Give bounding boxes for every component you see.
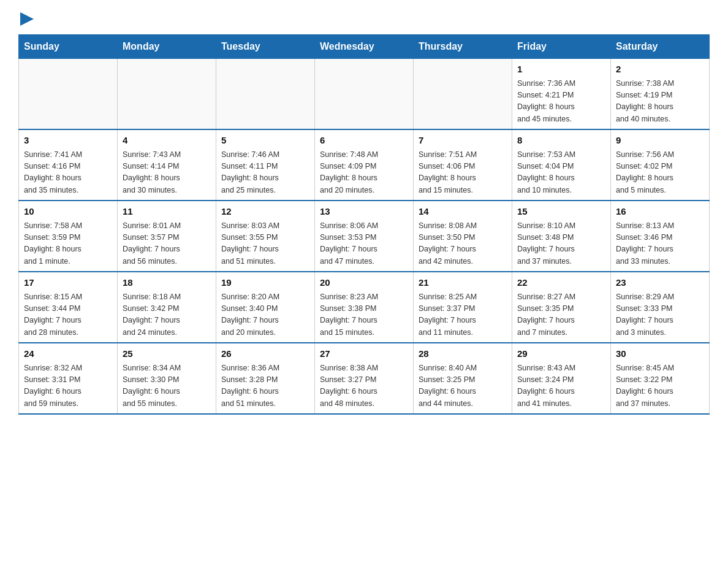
- day-number: 14: [419, 205, 507, 219]
- day-info: Sunrise: 7:43 AM Sunset: 4:14 PM Dayligh…: [123, 149, 211, 197]
- day-number: 22: [517, 276, 605, 290]
- calendar-cell: 25Sunrise: 8:34 AM Sunset: 3:30 PM Dayli…: [118, 343, 216, 414]
- day-number: 17: [24, 276, 112, 290]
- calendar-cell: 30Sunrise: 8:45 AM Sunset: 3:22 PM Dayli…: [611, 343, 710, 414]
- weekday-header-monday: Monday: [118, 35, 216, 59]
- calendar-cell: 24Sunrise: 8:32 AM Sunset: 3:31 PM Dayli…: [19, 343, 118, 414]
- day-info: Sunrise: 8:43 AM Sunset: 3:24 PM Dayligh…: [517, 362, 605, 410]
- day-number: 11: [123, 205, 211, 219]
- calendar-cell: 22Sunrise: 8:27 AM Sunset: 3:35 PM Dayli…: [512, 272, 611, 343]
- day-number: 10: [24, 205, 112, 219]
- calendar-cell: 14Sunrise: 8:08 AM Sunset: 3:50 PM Dayli…: [414, 201, 512, 272]
- calendar-cell: 9Sunrise: 7:56 AM Sunset: 4:02 PM Daylig…: [611, 129, 710, 201]
- calendar-cell: 28Sunrise: 8:40 AM Sunset: 3:25 PM Dayli…: [414, 343, 512, 414]
- day-info: Sunrise: 8:23 AM Sunset: 3:38 PM Dayligh…: [320, 291, 408, 339]
- calendar-cell: 13Sunrise: 8:06 AM Sunset: 3:53 PM Dayli…: [315, 201, 414, 272]
- day-info: Sunrise: 8:40 AM Sunset: 3:25 PM Dayligh…: [419, 362, 507, 410]
- day-number: 23: [616, 276, 704, 290]
- weekday-header-tuesday: Tuesday: [216, 35, 315, 59]
- calendar-cell: 1Sunrise: 7:36 AM Sunset: 4:21 PM Daylig…: [512, 59, 611, 130]
- day-info: Sunrise: 8:03 AM Sunset: 3:55 PM Dayligh…: [221, 220, 309, 268]
- calendar-cell: 4Sunrise: 7:43 AM Sunset: 4:14 PM Daylig…: [118, 129, 216, 201]
- calendar-cell: 16Sunrise: 8:13 AM Sunset: 3:46 PM Dayli…: [611, 201, 710, 272]
- calendar-cell: [414, 59, 512, 130]
- calendar-cell: 26Sunrise: 8:36 AM Sunset: 3:28 PM Dayli…: [216, 343, 315, 414]
- weekday-header-saturday: Saturday: [611, 35, 710, 59]
- calendar-week-3: 10Sunrise: 7:58 AM Sunset: 3:59 PM Dayli…: [19, 201, 710, 272]
- day-number: 12: [221, 205, 309, 219]
- day-info: Sunrise: 7:51 AM Sunset: 4:06 PM Dayligh…: [419, 149, 507, 197]
- weekday-header-wednesday: Wednesday: [315, 35, 414, 59]
- day-info: Sunrise: 8:36 AM Sunset: 3:28 PM Dayligh…: [221, 362, 309, 410]
- day-number: 9: [616, 134, 704, 148]
- day-number: 20: [320, 276, 408, 290]
- day-number: 7: [419, 134, 507, 148]
- day-info: Sunrise: 8:45 AM Sunset: 3:22 PM Dayligh…: [616, 362, 704, 410]
- calendar-cell: 17Sunrise: 8:15 AM Sunset: 3:44 PM Dayli…: [19, 272, 118, 343]
- calendar-cell: 5Sunrise: 7:46 AM Sunset: 4:11 PM Daylig…: [216, 129, 315, 201]
- calendar-cell: 18Sunrise: 8:18 AM Sunset: 3:42 PM Dayli…: [118, 272, 216, 343]
- day-info: Sunrise: 7:36 AM Sunset: 4:21 PM Dayligh…: [517, 78, 605, 126]
- calendar-cell: 29Sunrise: 8:43 AM Sunset: 3:24 PM Dayli…: [512, 343, 611, 414]
- day-number: 21: [419, 276, 507, 290]
- day-info: Sunrise: 8:25 AM Sunset: 3:37 PM Dayligh…: [419, 291, 507, 339]
- day-number: 8: [517, 134, 605, 148]
- logo-triangle-icon: [20, 12, 34, 26]
- day-info: Sunrise: 7:58 AM Sunset: 3:59 PM Dayligh…: [24, 220, 112, 268]
- day-info: Sunrise: 7:56 AM Sunset: 4:02 PM Dayligh…: [616, 149, 704, 197]
- day-info: Sunrise: 7:53 AM Sunset: 4:04 PM Dayligh…: [517, 149, 605, 197]
- calendar-body: 1Sunrise: 7:36 AM Sunset: 4:21 PM Daylig…: [19, 59, 710, 415]
- page-header: [18, 12, 710, 28]
- day-number: 25: [123, 347, 211, 361]
- day-info: Sunrise: 8:34 AM Sunset: 3:30 PM Dayligh…: [123, 362, 211, 410]
- calendar-cell: 21Sunrise: 8:25 AM Sunset: 3:37 PM Dayli…: [414, 272, 512, 343]
- calendar-cell: 20Sunrise: 8:23 AM Sunset: 3:38 PM Dayli…: [315, 272, 414, 343]
- calendar-cell: [19, 59, 118, 130]
- day-number: 4: [123, 134, 211, 148]
- day-number: 30: [616, 347, 704, 361]
- calendar-cell: 11Sunrise: 8:01 AM Sunset: 3:57 PM Dayli…: [118, 201, 216, 272]
- day-number: 3: [24, 134, 112, 148]
- calendar-cell: [315, 59, 414, 130]
- weekday-header-row: SundayMondayTuesdayWednesdayThursdayFrid…: [19, 35, 710, 59]
- day-number: 15: [517, 205, 605, 219]
- logo: [18, 12, 34, 28]
- day-info: Sunrise: 8:18 AM Sunset: 3:42 PM Dayligh…: [123, 291, 211, 339]
- calendar-cell: 8Sunrise: 7:53 AM Sunset: 4:04 PM Daylig…: [512, 129, 611, 201]
- calendar-cell: 7Sunrise: 7:51 AM Sunset: 4:06 PM Daylig…: [414, 129, 512, 201]
- day-number: 6: [320, 134, 408, 148]
- day-info: Sunrise: 8:20 AM Sunset: 3:40 PM Dayligh…: [221, 291, 309, 339]
- day-number: 28: [419, 347, 507, 361]
- day-number: 26: [221, 347, 309, 361]
- day-number: 2: [616, 63, 704, 77]
- day-info: Sunrise: 8:06 AM Sunset: 3:53 PM Dayligh…: [320, 220, 408, 268]
- weekday-header-thursday: Thursday: [414, 35, 512, 59]
- calendar-week-1: 1Sunrise: 7:36 AM Sunset: 4:21 PM Daylig…: [19, 59, 710, 130]
- day-info: Sunrise: 8:38 AM Sunset: 3:27 PM Dayligh…: [320, 362, 408, 410]
- day-number: 1: [517, 63, 605, 77]
- calendar-week-5: 24Sunrise: 8:32 AM Sunset: 3:31 PM Dayli…: [19, 343, 710, 414]
- day-info: Sunrise: 8:15 AM Sunset: 3:44 PM Dayligh…: [24, 291, 112, 339]
- calendar-cell: 23Sunrise: 8:29 AM Sunset: 3:33 PM Dayli…: [611, 272, 710, 343]
- calendar-table: SundayMondayTuesdayWednesdayThursdayFrid…: [18, 34, 710, 415]
- day-info: Sunrise: 8:29 AM Sunset: 3:33 PM Dayligh…: [616, 291, 704, 339]
- day-number: 13: [320, 205, 408, 219]
- calendar-cell: 12Sunrise: 8:03 AM Sunset: 3:55 PM Dayli…: [216, 201, 315, 272]
- day-number: 27: [320, 347, 408, 361]
- weekday-header-friday: Friday: [512, 35, 611, 59]
- calendar-header: SundayMondayTuesdayWednesdayThursdayFrid…: [19, 35, 710, 59]
- day-info: Sunrise: 8:32 AM Sunset: 3:31 PM Dayligh…: [24, 362, 112, 410]
- calendar-cell: 15Sunrise: 8:10 AM Sunset: 3:48 PM Dayli…: [512, 201, 611, 272]
- calendar-cell: 10Sunrise: 7:58 AM Sunset: 3:59 PM Dayli…: [19, 201, 118, 272]
- day-number: 16: [616, 205, 704, 219]
- calendar-cell: [216, 59, 315, 130]
- day-info: Sunrise: 7:48 AM Sunset: 4:09 PM Dayligh…: [320, 149, 408, 197]
- day-number: 19: [221, 276, 309, 290]
- calendar-cell: 2Sunrise: 7:38 AM Sunset: 4:19 PM Daylig…: [611, 59, 710, 130]
- day-info: Sunrise: 8:13 AM Sunset: 3:46 PM Dayligh…: [616, 220, 704, 268]
- calendar-cell: 19Sunrise: 8:20 AM Sunset: 3:40 PM Dayli…: [216, 272, 315, 343]
- calendar-cell: 3Sunrise: 7:41 AM Sunset: 4:16 PM Daylig…: [19, 129, 118, 201]
- day-info: Sunrise: 8:27 AM Sunset: 3:35 PM Dayligh…: [517, 291, 605, 339]
- weekday-header-sunday: Sunday: [19, 35, 118, 59]
- day-info: Sunrise: 8:08 AM Sunset: 3:50 PM Dayligh…: [419, 220, 507, 268]
